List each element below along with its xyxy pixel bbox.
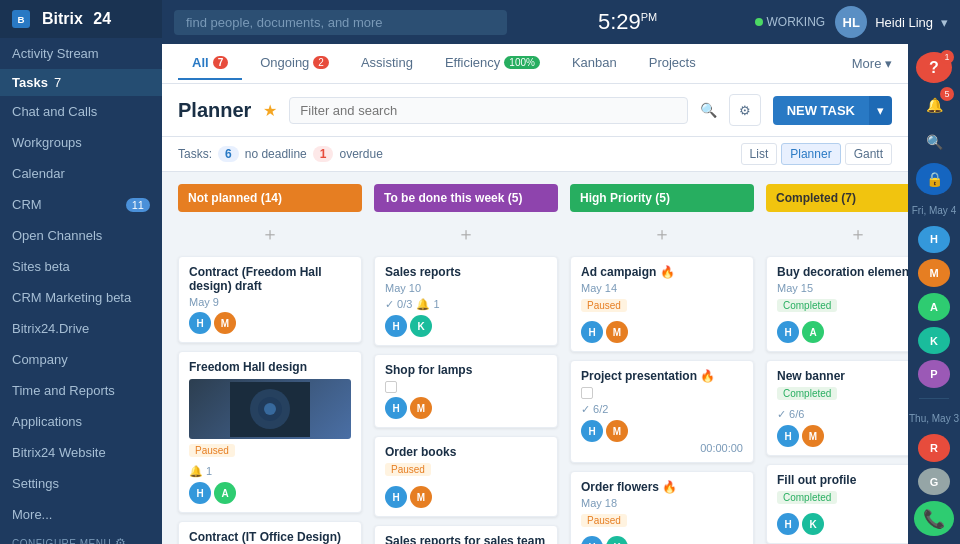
sidebar-item-crm-marketing[interactable]: CRM Marketing beta — [0, 282, 162, 313]
status-badge: Completed — [777, 491, 837, 504]
working-dot — [755, 18, 763, 26]
avatar: M — [802, 425, 824, 447]
tab-projects[interactable]: Projects — [635, 47, 710, 80]
rp-avatar-5[interactable]: P — [918, 360, 950, 388]
help-icon-btn[interactable]: ? 1 — [916, 52, 952, 83]
planner-filter-input[interactable] — [289, 97, 687, 124]
task-meta-bar: Tasks: 6 no deadline 1 overdue List Plan… — [162, 137, 908, 172]
task-card-c2: Freedom Hall design Paused — [178, 351, 362, 513]
task-card-c10: Ad campaign 🔥 May 14 Paused H M — [570, 256, 754, 352]
tab-all[interactable]: All 7 — [178, 47, 242, 80]
planner-title: Planner — [178, 99, 251, 122]
task-card-c16: New banner Completed ✓ 6/6 H M — [766, 360, 908, 456]
lock-icon: 🔒 — [926, 171, 943, 187]
search-icon: 🔍 — [926, 134, 943, 150]
sidebar-item-bitrix24-website[interactable]: Bitrix24 Website — [0, 437, 162, 468]
col-add-to-be-done[interactable]: ＋ — [374, 220, 558, 248]
status-badge: Paused — [385, 463, 431, 476]
status-badge: Completed — [777, 299, 837, 312]
col-add-high-priority[interactable]: ＋ — [570, 220, 754, 248]
tab-assisting[interactable]: Assisting — [347, 47, 427, 80]
rp-avatar-2[interactable]: M — [918, 259, 950, 287]
configure-menu-btn[interactable]: CONFIGURE MENU ⚙ — [0, 530, 162, 544]
rp-avatar-1[interactable]: H — [918, 226, 950, 254]
planner-settings-btn[interactable]: ⚙ — [729, 94, 761, 126]
phone-call-btn[interactable]: 📞 — [914, 501, 954, 536]
rp-avatar-6[interactable]: R — [918, 434, 950, 462]
task-card-c6: Shop for lamps H M — [374, 354, 558, 428]
task-card-c8: Sales reports for sales team group meeti… — [374, 525, 558, 544]
sidebar-item-company[interactable]: Company — [0, 344, 162, 375]
avatar: H — [777, 321, 799, 343]
task-count-badge: 6 — [218, 146, 239, 162]
bell-icon-btn[interactable]: 🔔 5 — [916, 89, 952, 120]
rp-avatar-7[interactable]: G — [918, 468, 950, 496]
right-panel-date-thu: Thu, May 3 — [909, 409, 959, 428]
avatar: H — [581, 321, 603, 343]
column-high-priority: High Priority (5) ＋ Ad campaign 🔥 May 14… — [570, 184, 754, 532]
avatar: H — [581, 536, 603, 544]
rp-avatar-4[interactable]: K — [918, 327, 950, 355]
task-card-c17: Fill out profile Completed H K — [766, 464, 908, 544]
new-task-dropdown-btn[interactable]: ▾ — [869, 96, 892, 125]
username-label: Heidi Ling — [875, 15, 933, 30]
app-logo[interactable]: B Bitrix 24 — [0, 0, 162, 38]
svg-point-5 — [264, 403, 276, 415]
tab-efficiency-badge: 100% — [504, 56, 540, 69]
avatar: H — [777, 513, 799, 535]
column-to-be-done: To be done this week (5) ＋ Sales reports… — [374, 184, 558, 532]
tab-kanban[interactable]: Kanban — [558, 47, 631, 80]
sidebar-item-applications[interactable]: Applications — [0, 406, 162, 437]
tab-ongoing[interactable]: Ongoing 2 — [246, 47, 343, 80]
sidebar-item-sites[interactable]: Sites beta — [0, 251, 162, 282]
avatar: A — [214, 482, 236, 504]
col-add-not-planned[interactable]: ＋ — [178, 220, 362, 248]
search-icon-btn[interactable]: 🔍 — [916, 126, 952, 157]
main-area: 5:29PM WORKING HL Heidi Ling ▾ All 7 Ong… — [162, 0, 960, 544]
tab-efficiency[interactable]: Efficiency 100% — [431, 47, 554, 80]
planner-header: Planner ★ 🔍 ⚙ NEW TASK ▾ — [162, 84, 908, 137]
task-card-c12: Order flowers 🔥 May 18 Paused H K — [570, 471, 754, 544]
bell-icon: 🔔 — [926, 97, 943, 113]
rp-avatar-3[interactable]: A — [918, 293, 950, 321]
list-view-btn[interactable]: List — [741, 143, 778, 165]
search-input[interactable] — [174, 10, 507, 35]
lock-icon-btn[interactable]: 🔒 — [916, 163, 952, 194]
sidebar-item-bitrix24-drive[interactable]: Bitrix24.Drive — [0, 313, 162, 344]
star-icon[interactable]: ★ — [263, 101, 277, 120]
clock-display: 5:29PM — [598, 9, 657, 35]
user-avatar[interactable]: HL — [835, 6, 867, 38]
sidebar-item-chat-calls[interactable]: Chat and Calls — [0, 96, 162, 127]
new-task-group: NEW TASK ▾ — [773, 96, 892, 125]
avatar: H — [385, 315, 407, 337]
tabs-more-btn[interactable]: More ▾ — [852, 56, 892, 71]
sidebar-item-more[interactable]: More... — [0, 499, 162, 530]
task-checkbox — [385, 381, 397, 393]
gantt-view-btn[interactable]: Gantt — [845, 143, 892, 165]
task-card-c1: Contract (Freedom Hall design) draft May… — [178, 256, 362, 343]
new-task-button[interactable]: NEW TASK — [773, 96, 869, 125]
sidebar-item-calendar[interactable]: Calendar — [0, 158, 162, 189]
search-icon: 🔍 — [700, 102, 717, 118]
sidebar-item-activity-stream[interactable]: Activity Stream — [0, 38, 162, 69]
sidebar-item-crm[interactable]: CRM 11 — [0, 189, 162, 220]
chevron-down-icon[interactable]: ▾ — [941, 15, 948, 30]
avatar: H — [189, 312, 211, 334]
avatar: K — [606, 536, 628, 544]
avatar: H — [581, 420, 603, 442]
right-panel: ? 1 🔔 5 🔍 🔒 Fri, May 4 H M A K P Thu, Ma… — [908, 44, 960, 544]
planner-view-btn[interactable]: Planner — [781, 143, 840, 165]
working-status: WORKING — [755, 15, 826, 29]
avatar: H — [189, 482, 211, 504]
sidebar-item-settings[interactable]: Settings — [0, 468, 162, 499]
sidebar-item-time-reports[interactable]: Time and Reports — [0, 375, 162, 406]
sidebar-item-tasks[interactable]: Tasks 7 — [0, 69, 162, 96]
sidebar-item-open-channels[interactable]: Open Channels — [0, 220, 162, 251]
col-add-completed[interactable]: ＋ — [766, 220, 908, 248]
sidebar-item-workgroups[interactable]: Workgroups — [0, 127, 162, 158]
status-badge: Paused — [581, 514, 627, 527]
task-checkbox — [581, 387, 593, 399]
task-card-c11: Project presentation 🔥 ✓ 6/2 H M 00:00:0… — [570, 360, 754, 463]
workarea: All 7 Ongoing 2 Assisting Efficiency 100… — [162, 44, 908, 544]
avatar: A — [802, 321, 824, 343]
